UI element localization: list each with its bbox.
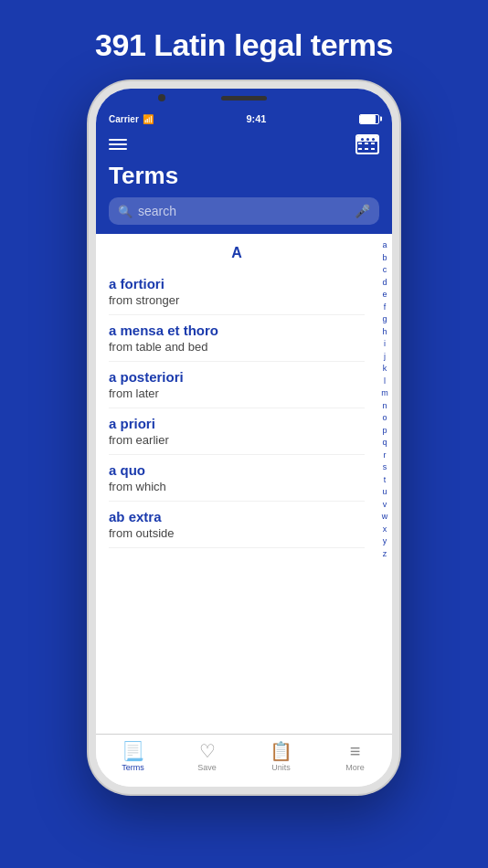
more-tab-icon: ≡ — [350, 742, 361, 760]
alpha-letter-m[interactable]: m — [381, 387, 388, 400]
terms-tab-label: Terms — [122, 763, 144, 772]
alpha-letter-z[interactable]: z — [383, 548, 387, 561]
alpha-letter-j[interactable]: j — [384, 351, 386, 364]
hamburger-line-1 — [109, 139, 127, 141]
app-title-area: 391 Latin legal terms — [0, 0, 488, 81]
calendar-grid — [357, 142, 377, 153]
save-tab-label: Save — [197, 763, 217, 772]
terms-list: A a fortiori from stronger a mensa et th… — [96, 234, 377, 734]
app-header: Terms 🔍 search 🎤 — [96, 129, 392, 234]
tab-terms[interactable]: 📃 Terms — [96, 742, 170, 772]
list-item[interactable]: a mensa et thoro from table and bed — [109, 315, 365, 362]
alpha-letter-a[interactable]: a — [382, 239, 387, 252]
alpha-letter-h[interactable]: h — [382, 326, 387, 339]
tab-bar: 📃 Terms ♡ Save 📋 Units ≡ More — [96, 734, 392, 787]
hamburger-button[interactable] — [109, 139, 127, 150]
alpha-letter-i[interactable]: i — [384, 338, 386, 351]
units-tab-label: Units — [271, 763, 291, 772]
term-name: a priori — [109, 416, 365, 431]
content-area: A a fortiori from stronger a mensa et th… — [96, 234, 392, 734]
phone-shell: Carrier 📶 9:41 — [89, 81, 399, 794]
alpha-letter-o[interactable]: o — [382, 412, 387, 425]
term-name: a mensa et thoro — [109, 323, 365, 338]
term-definition: from table and bed — [109, 340, 365, 354]
tab-units[interactable]: 📋 Units — [244, 742, 318, 772]
more-tab-label: More — [345, 763, 365, 772]
status-bar: Carrier 📶 9:41 — [96, 109, 392, 129]
alpha-letter-g[interactable]: g — [382, 313, 387, 326]
alpha-letter-w[interactable]: w — [382, 511, 388, 524]
list-item[interactable]: a priori from earlier — [109, 408, 365, 455]
term-name: a quo — [109, 462, 365, 478]
alpha-letter-c[interactable]: c — [383, 264, 387, 277]
search-input[interactable]: search — [138, 204, 349, 218]
carrier-label: Carrier 📶 — [109, 114, 154, 124]
alpha-container[interactable]: abcdefghijklmnopqrstuvwxyz — [381, 239, 388, 560]
search-icon: 🔍 — [118, 205, 133, 218]
search-bar[interactable]: 🔍 search 🎤 — [109, 197, 379, 225]
list-item[interactable]: a fortiori from stronger — [109, 269, 365, 315]
term-definition: from earlier — [109, 433, 365, 447]
alpha-letter-x[interactable]: x — [383, 524, 387, 536]
section-header-a: A — [109, 234, 365, 269]
alpha-letter-k[interactable]: k — [383, 363, 387, 376]
term-definition: from stronger — [109, 293, 365, 307]
alpha-letter-e[interactable]: e — [382, 289, 387, 302]
alpha-letter-y[interactable]: y — [383, 535, 387, 548]
list-item[interactable]: a posteriori from later — [109, 362, 365, 408]
alpha-letter-t[interactable]: t — [384, 474, 387, 487]
tab-save[interactable]: ♡ Save — [170, 742, 244, 772]
battery-fill — [360, 115, 376, 123]
save-tab-icon: ♡ — [199, 742, 216, 760]
microphone-icon[interactable]: 🎤 — [355, 204, 370, 218]
alpha-letter-f[interactable]: f — [384, 302, 387, 314]
page-title: Terms — [109, 162, 379, 190]
status-time: 9:41 — [246, 113, 266, 124]
calendar-button[interactable] — [355, 134, 379, 154]
term-definition: from outside — [109, 526, 365, 540]
list-item[interactable]: ab extra from outside — [109, 502, 365, 548]
alpha-letter-b[interactable]: b — [382, 252, 387, 265]
term-definition: from which — [109, 480, 365, 493]
term-name: a fortiori — [109, 276, 365, 291]
phone-camera — [158, 94, 165, 101]
hamburger-line-2 — [109, 143, 127, 145]
terms-container: a fortiori from stronger a mensa et thor… — [109, 269, 365, 548]
alpha-letter-l[interactable]: l — [384, 376, 386, 388]
units-tab-icon: 📋 — [270, 742, 292, 760]
alpha-letter-r[interactable]: r — [384, 450, 387, 462]
alpha-letter-p[interactable]: p — [382, 425, 387, 438]
alphabet-sidebar: abcdefghijklmnopqrstuvwxyz — [377, 234, 392, 734]
header-top — [109, 134, 379, 154]
list-item[interactable]: a quo from which — [109, 455, 365, 502]
term-name: a posteriori — [109, 369, 365, 385]
tab-more[interactable]: ≡ More — [318, 742, 392, 772]
alpha-letter-s[interactable]: s — [383, 461, 387, 474]
alpha-letter-v[interactable]: v — [383, 499, 387, 512]
phone-speaker — [221, 96, 267, 101]
app-title: 391 Latin legal terms — [27, 27, 461, 63]
term-definition: from later — [109, 386, 365, 400]
hamburger-line-3 — [109, 148, 127, 150]
alpha-letter-n[interactable]: n — [382, 400, 387, 413]
term-name: ab extra — [109, 509, 365, 524]
alpha-letter-d[interactable]: d — [382, 277, 387, 290]
alpha-letter-q[interactable]: q — [382, 437, 387, 450]
terms-tab-icon: 📃 — [122, 742, 144, 760]
wifi-icon: 📶 — [143, 114, 154, 124]
phone-top-bar — [96, 89, 392, 109]
battery-icon — [359, 114, 379, 124]
alpha-letter-u[interactable]: u — [382, 486, 387, 499]
